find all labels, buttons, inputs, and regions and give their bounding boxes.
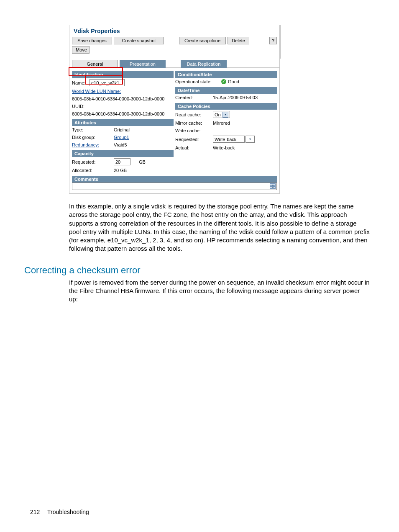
spinner-control[interactable]: ▴ ▾ bbox=[270, 183, 276, 189]
section-heading: Correcting a checksum error bbox=[24, 265, 382, 276]
divider bbox=[280, 25, 281, 59]
spinner-down-icon[interactable]: ▾ bbox=[270, 186, 276, 189]
diskgroup-value[interactable]: Group1 bbox=[114, 135, 129, 140]
help-button[interactable]: ? bbox=[269, 37, 277, 44]
uuid-label: UUID: bbox=[72, 104, 84, 109]
datetime-header: Date/Time bbox=[175, 87, 277, 94]
capacity-requested-input[interactable] bbox=[114, 158, 130, 165]
create-snapshot-button[interactable]: Create snapshot bbox=[114, 37, 164, 44]
tab-general[interactable]: General bbox=[72, 60, 118, 68]
identification-header: Identification bbox=[72, 71, 174, 78]
writecache-label: Write cache: bbox=[175, 128, 201, 133]
readcache-select[interactable]: On ▾ bbox=[213, 111, 230, 118]
capacity-header: Capacity bbox=[72, 150, 174, 157]
type-value: Original bbox=[114, 127, 130, 132]
tab-row: General Presentation Data Replication bbox=[69, 56, 279, 68]
chevron-down-icon: ▾ bbox=[223, 112, 228, 118]
created-label: Created: bbox=[175, 95, 213, 100]
created-value: 15-Apr-2009 09:54:03 bbox=[213, 95, 258, 100]
right-column: Condition/State Operational state: ✓ Goo… bbox=[175, 71, 277, 174]
footer-title: Troubleshooting bbox=[47, 509, 89, 515]
type-label: Type: bbox=[72, 127, 114, 132]
opstate-label: Operational state: bbox=[175, 79, 221, 84]
attributes-header: Attributes bbox=[72, 119, 174, 126]
tab-presentation[interactable]: Presentation bbox=[120, 60, 166, 68]
body-paragraph-1: In this example, only a single vdisk is … bbox=[69, 202, 370, 253]
readcache-label: Read cache: bbox=[175, 112, 213, 117]
create-snapclone-button[interactable]: Create snapclone bbox=[179, 37, 226, 44]
capacity-allocated-value: 20 GB bbox=[114, 168, 127, 173]
body-paragraph-2: If power is removed from the server duri… bbox=[69, 278, 370, 304]
redundancy-value: Vraid5 bbox=[114, 142, 127, 147]
writecache-req-label: Requested: bbox=[175, 137, 213, 142]
wwlun-value: 6005-08b4-0010-6384-0000-3000-12db-0000 bbox=[72, 96, 164, 101]
mirrorcache-value: Mirrored bbox=[213, 121, 230, 126]
capacity-allocated-label: Allocated: bbox=[72, 168, 114, 173]
left-column: Identification Name: World Wide LUN Name… bbox=[72, 71, 174, 174]
capacity-unit: GB bbox=[139, 159, 146, 164]
writecache-actual-value: Write-back bbox=[213, 145, 235, 150]
name-label: Name: bbox=[72, 80, 90, 85]
delete-button[interactable]: Delete bbox=[228, 37, 249, 44]
diskgroup-label: Disk group: bbox=[72, 135, 114, 140]
save-button[interactable]: Save changes bbox=[72, 37, 112, 44]
tab-data-replication[interactable]: Data Replication bbox=[181, 60, 227, 68]
check-icon: ✓ bbox=[221, 79, 226, 84]
writecache-req-dropdown[interactable]: ▾ bbox=[246, 136, 255, 143]
writecache-req-select[interactable]: Write-back bbox=[213, 136, 245, 143]
capacity-requested-label: Requested: bbox=[72, 159, 114, 164]
toolbar: Save changes Create snapshot Create snap… bbox=[69, 37, 279, 44]
writecache-req-value: Write-back bbox=[215, 137, 243, 142]
chevron-down-icon: ▾ bbox=[247, 136, 253, 142]
redundancy-label[interactable]: Redundancy: bbox=[72, 142, 114, 147]
wwlun-label[interactable]: World Wide LUN Name: bbox=[72, 89, 121, 94]
comments-input[interactable]: ▴ ▾ bbox=[72, 182, 277, 190]
writecache-actual-label: Actual: bbox=[175, 145, 213, 150]
vdisk-properties-panel: Vdisk Properties Save changes Create sna… bbox=[69, 25, 280, 194]
opstate-value: Good bbox=[228, 79, 239, 84]
move-button[interactable]: Move bbox=[72, 46, 90, 54]
comments-header: Comments bbox=[72, 176, 277, 182]
cache-header: Cache Policies bbox=[175, 103, 277, 110]
spinner-up-icon[interactable]: ▴ bbox=[270, 183, 276, 186]
mirrorcache-label: Mirror cache: bbox=[175, 121, 213, 126]
name-input[interactable] bbox=[90, 79, 125, 86]
page-number: 212 bbox=[30, 509, 40, 515]
condition-header: Condition/State bbox=[175, 71, 277, 78]
readcache-value: On bbox=[215, 112, 221, 117]
panel-title: Vdisk Properties bbox=[69, 25, 279, 37]
page-footer: 212 Troubleshooting bbox=[30, 509, 89, 515]
uuid-value: 6005-08b4-0010-6384-0000-3000-12db-0000 bbox=[72, 111, 164, 116]
